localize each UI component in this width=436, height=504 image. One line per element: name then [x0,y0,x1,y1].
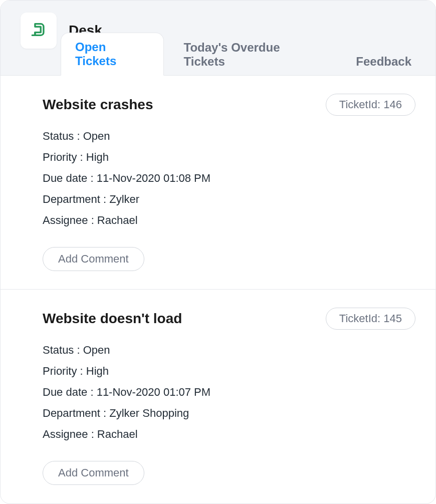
ticket-id-badge: TicketId: 146 [326,94,415,116]
field-label: Assignee [43,214,88,226]
tab-bar: Open Tickets Today's Overdue Tickets Fee… [61,48,425,76]
ticket-id-badge: TicketId: 145 [326,308,415,330]
tab-open-tickets[interactable]: Open Tickets [61,33,164,76]
ticket-header: Website doesn't load TicketId: 145 [43,308,415,330]
ticket-title: Website crashes [43,97,153,113]
ticket-title: Website doesn't load [43,311,182,327]
field-label: Department [43,193,100,205]
ticket-assignee: Assignee : Rachael [43,214,415,227]
field-value: Rachael [97,428,138,440]
ticket-id-value: 145 [383,312,402,325]
field-value: Open [83,130,110,142]
field-value: Open [83,344,110,356]
field-label: Status [43,344,74,356]
field-value: Zylker [109,193,139,205]
ticket-priority: Priority : High [43,151,415,164]
desk-widget: Desk Open Tickets Today's Overdue Ticket… [0,0,436,504]
ticket-id-label: TicketId [339,98,377,111]
ticket-status: Status : Open [43,344,415,357]
ticket-item: Website doesn't load TicketId: 145 Statu… [1,290,435,503]
ticket-priority: Priority : High [43,365,415,378]
field-value: High [86,151,109,163]
ticket-header: Website crashes TicketId: 146 [43,94,415,116]
field-label: Status [43,130,74,142]
ticket-list: Website crashes TicketId: 146 Status : O… [1,76,435,503]
field-value: Zylker Shopping [109,407,189,419]
app-logo [21,13,57,49]
field-value: High [86,365,109,377]
desk-logo-icon [30,21,47,40]
field-label: Department [43,407,100,419]
tab-feedback[interactable]: Feedback [342,48,425,76]
field-label: Priority [43,365,77,377]
field-label: Priority [43,151,77,163]
field-label: Due date [43,386,87,398]
ticket-due-date: Due date : 11-Nov-2020 01:07 PM [43,386,415,399]
ticket-due-date: Due date : 11-Nov-2020 01:08 PM [43,172,415,185]
ticket-item: Website crashes TicketId: 146 Status : O… [1,76,435,290]
add-comment-button[interactable]: Add Comment [43,461,144,485]
ticket-department: Department : Zylker Shopping [43,407,415,420]
ticket-id-label: TicketId [339,312,377,325]
ticket-assignee: Assignee : Rachael [43,428,415,441]
add-comment-button[interactable]: Add Comment [43,247,144,271]
field-label: Assignee [43,428,88,440]
ticket-status: Status : Open [43,130,415,143]
ticket-id-value: 146 [383,98,402,111]
field-value: 11-Nov-2020 01:08 PM [97,172,210,184]
tab-overdue-tickets[interactable]: Today's Overdue Tickets [170,34,336,76]
ticket-department: Department : Zylker [43,193,415,206]
field-value: 11-Nov-2020 01:07 PM [97,386,210,398]
header: Desk Open Tickets Today's Overdue Ticket… [1,1,435,76]
field-value: Rachael [97,214,138,226]
field-label: Due date [43,172,87,184]
